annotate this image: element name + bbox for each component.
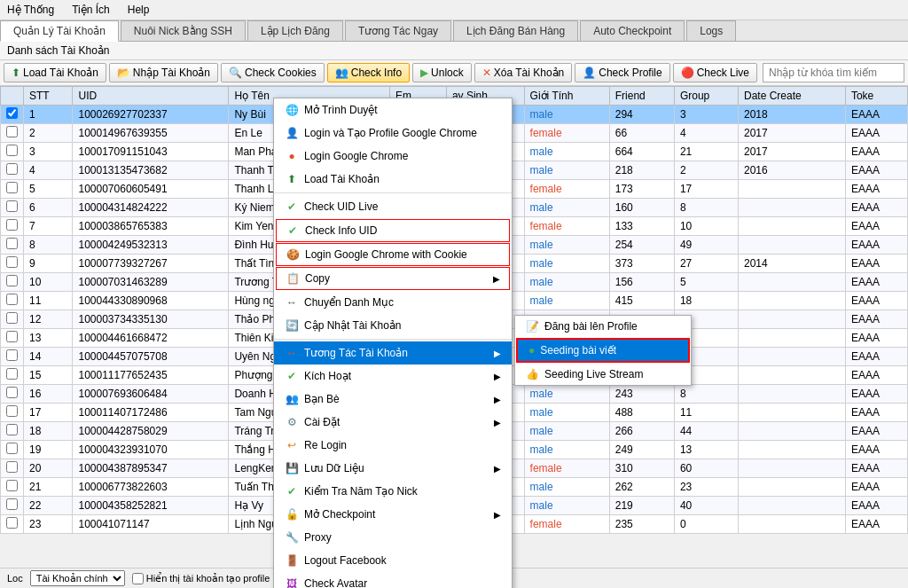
ctx-item-friend[interactable]: 👥 Bạn Bè ▶ — [274, 388, 512, 411]
row-checkbox-cell[interactable] — [1, 255, 24, 273]
tab-quan-ly-tai-khoan[interactable]: Quản Lý Tài Khoản — [0, 20, 119, 42]
ctx-item-chrome[interactable]: ● Login Google Chrome — [274, 145, 512, 168]
submenu-arrow: ▶ — [494, 464, 501, 474]
row-checkbox-cell[interactable] — [1, 161, 24, 180]
row-checkbox-cell[interactable] — [1, 199, 24, 217]
row-checkbox[interactable] — [6, 126, 18, 137]
row-checkbox-cell[interactable] — [1, 329, 24, 348]
ctx-item-check[interactable]: ✔ Check Info UID — [276, 219, 510, 242]
ctx-item-save[interactable]: 💾 Lưu Dữ Liệu ▶ — [274, 457, 512, 480]
row-checkbox-cell[interactable] — [1, 366, 24, 385]
row-checkbox-cell[interactable] — [1, 515, 24, 534]
row-checkbox-cell[interactable] — [1, 422, 24, 441]
ctx-item-load[interactable]: ⬆ Load Tài Khoản — [274, 168, 512, 191]
ctx-item-check2[interactable]: ✔ Kiểm Tra Năm Tạo Nick — [274, 480, 512, 503]
row-checkbox[interactable] — [6, 461, 18, 473]
row-checkbox-cell[interactable] — [1, 180, 24, 199]
row-checkbox[interactable] — [6, 275, 18, 286]
row-checkbox-cell[interactable] — [1, 441, 24, 459]
row-checkbox[interactable] — [6, 200, 18, 212]
row-checkbox[interactable] — [6, 349, 18, 361]
ctx-label: Login Google Chrome with Cookie — [305, 248, 467, 261]
ctx-item-activate[interactable]: ✔ Kích Hoạt ▶ — [274, 365, 512, 388]
settings-icon: ⚙ — [285, 415, 299, 429]
row-checkbox-cell[interactable] — [1, 385, 24, 404]
ctx-item-settings[interactable]: ⚙ Cài Đặt ▶ — [274, 411, 512, 434]
row-checkbox[interactable] — [6, 517, 18, 529]
update-icon: 🔄 — [285, 318, 299, 333]
row-checkbox[interactable] — [6, 480, 18, 491]
tab-lich-dang[interactable]: Lịch Đăng Bán Hàng — [453, 20, 578, 41]
search-input[interactable] — [763, 63, 904, 82]
row-friend: 294 — [609, 106, 674, 124]
row-checkbox-cell[interactable] — [1, 348, 24, 366]
ctx-item-relogin[interactable]: ↩ Re Login — [274, 434, 512, 457]
sub-item-seeding[interactable]: ● Seeding bài viết — [516, 338, 690, 363]
row-checkbox[interactable] — [6, 238, 18, 249]
menu-tien-ich[interactable]: Tiện Ích — [68, 2, 114, 18]
row-checkbox[interactable] — [6, 163, 18, 175]
ctx-item-move[interactable]: ↔ Chuyển Danh Mục — [274, 291, 512, 314]
check-info-button[interactable]: 👥 Check Info — [327, 63, 410, 82]
row-checkbox-cell[interactable] — [1, 310, 24, 329]
row-checkbox-cell[interactable] — [1, 106, 24, 124]
xoa-tai-khoan-button[interactable]: ✕ Xóa Tài Khoản — [474, 63, 573, 82]
nhap-tai-khoan-button[interactable]: 📂 Nhập Tài Khoản — [109, 63, 218, 82]
row-checkbox[interactable] — [6, 405, 18, 417]
unlock-button[interactable]: ▶ Unlock — [412, 63, 472, 82]
row-uid: 100011407172486 — [73, 404, 229, 422]
ctx-label: Kích Hoạt — [304, 370, 351, 382]
tab-tuong-tac-ngay[interactable]: Tương Tác Ngay — [345, 20, 451, 41]
row-checkbox[interactable] — [6, 368, 18, 380]
row-checkbox-cell[interactable] — [1, 217, 24, 236]
row-checkbox[interactable] — [6, 443, 18, 454]
row-checkbox-cell[interactable] — [1, 497, 24, 515]
row-checkbox-cell[interactable] — [1, 478, 24, 497]
row-checkbox[interactable] — [6, 107, 18, 119]
row-checkbox[interactable] — [6, 312, 18, 324]
row-uid: 100007693606484 — [73, 385, 229, 404]
row-checkbox[interactable] — [6, 424, 18, 435]
row-gender: male — [524, 273, 609, 292]
ctx-item-proxy[interactable]: 🔧 Proxy — [274, 526, 512, 537]
ctx-item-check[interactable]: ✔ Check UID Live — [274, 195, 512, 218]
row-checkbox-cell[interactable] — [1, 143, 24, 161]
row-checkbox[interactable] — [6, 256, 18, 268]
ctx-item-profile[interactable]: 👤 Login và Tạo Profile Google Chrome — [274, 122, 512, 145]
row-token: EAAA — [845, 515, 907, 534]
ctx-item-update[interactable]: 🔄 Cập Nhật Tài Khoản — [274, 314, 512, 337]
tab-logs[interactable]: Logs — [686, 20, 736, 41]
check-profile-button[interactable]: 👤 Check Profile — [575, 63, 669, 82]
sub-item-live[interactable]: 👍 Seeding Live Stream — [515, 364, 691, 385]
row-group: 40 — [674, 497, 738, 515]
tab-nuoi-nick[interactable]: Nuôi Nick Bằng SSH — [121, 20, 246, 41]
cookie-icon: 🍪 — [286, 247, 300, 262]
row-checkbox-cell[interactable] — [1, 124, 24, 143]
row-checkbox-cell[interactable] — [1, 236, 24, 255]
tab-auto-checkpoint[interactable]: Auto Checkpoint — [580, 20, 685, 41]
ctx-item-interact[interactable]: ↔ Tương Tác Tài Khoản ▶ — [274, 341, 512, 365]
row-checkbox[interactable] — [6, 294, 18, 305]
row-checkbox[interactable] — [6, 219, 18, 231]
sub-item-post[interactable]: 📝 Đăng bài lên Profile — [515, 316, 691, 337]
row-checkbox-cell[interactable] — [1, 273, 24, 292]
row-checkbox[interactable] — [6, 387, 18, 398]
row-checkbox[interactable] — [6, 331, 18, 342]
ctx-item-cookie[interactable]: 🍪 Login Google Chrome with Cookie — [276, 243, 510, 266]
row-checkbox-cell[interactable] — [1, 292, 24, 310]
row-checkbox-cell[interactable] — [1, 459, 24, 478]
row-checkbox[interactable] — [6, 182, 18, 193]
row-checkbox-cell[interactable] — [1, 404, 24, 422]
row-uid: 100041071147 — [73, 515, 229, 534]
check-live-button[interactable]: 🔴 Check Live — [673, 63, 757, 82]
menu-he-thong[interactable]: Hệ Thống — [4, 2, 58, 18]
ctx-item-browser[interactable]: 🌐 Mở Trình Duyệt — [274, 98, 512, 122]
load-tai-khoan-button[interactable]: ⬆ Load Tài Khoản — [4, 63, 106, 82]
tab-lap-lich-dang[interactable]: Lập Lịch Đăng — [247, 20, 343, 41]
row-checkbox[interactable] — [6, 145, 18, 156]
ctx-item-checkpoint[interactable]: 🔓 Mở Checkpoint ▶ — [274, 503, 512, 526]
menu-help[interactable]: Help — [124, 2, 153, 18]
check-cookies-button[interactable]: 🔍 Check Cookies — [221, 63, 325, 82]
row-checkbox[interactable] — [6, 498, 18, 510]
ctx-item-copy[interactable]: 📋 Copy ▶ — [276, 267, 510, 290]
